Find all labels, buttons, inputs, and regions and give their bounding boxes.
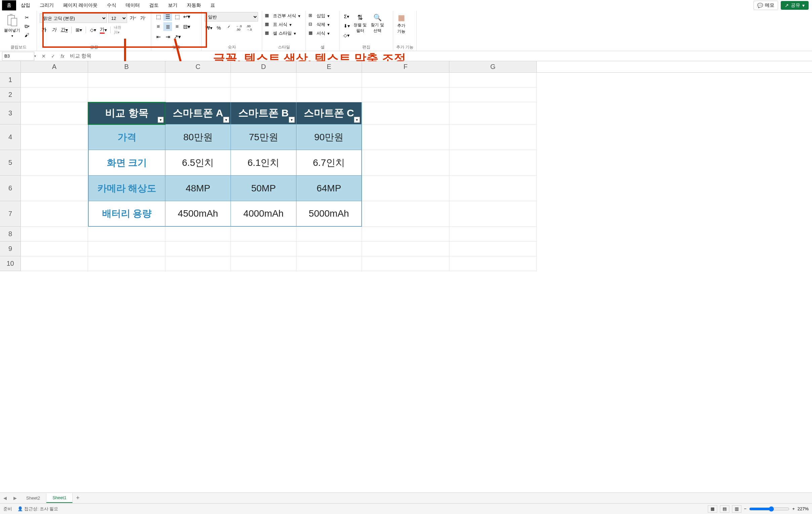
cell-E1[interactable] xyxy=(296,73,362,87)
cell-C10[interactable] xyxy=(165,256,231,271)
col-header-e[interactable]: E xyxy=(296,61,362,72)
cell-D6[interactable]: 50MP xyxy=(231,175,296,201)
align-left-button[interactable]: ≡ xyxy=(154,22,163,31)
clear-button[interactable]: ◇▾ xyxy=(342,31,351,40)
col-header-c[interactable]: C xyxy=(165,61,231,72)
comma-button[interactable]: ᐟ xyxy=(225,24,233,32)
menu-table[interactable]: 표 xyxy=(206,0,220,10)
cell-G7[interactable] xyxy=(450,201,537,227)
font-family-select[interactable]: 맑은 고딕 (본문) xyxy=(40,13,107,23)
cell-C8[interactable] xyxy=(165,227,231,242)
paste-button[interactable]: 붙여넣기 ▾ xyxy=(3,12,22,39)
merge-button[interactable]: ⊟▾ xyxy=(182,22,191,31)
formula-input[interactable]: 비교 항목 xyxy=(67,52,812,60)
menu-insert[interactable]: 삽입 xyxy=(16,0,35,10)
col-header-b[interactable]: B xyxy=(88,61,165,72)
share-button[interactable]: ↗ 공유 ▾ xyxy=(781,1,809,10)
sheet-nav-prev[interactable]: ◀ xyxy=(0,495,10,501)
cell-C3[interactable]: 스마트폰 A▼ xyxy=(165,102,231,125)
zoom-out-button[interactable]: − xyxy=(744,506,747,511)
cell-B9[interactable] xyxy=(88,242,165,256)
orientation-button[interactable]: ↗▾ xyxy=(173,32,181,41)
cell-G6[interactable] xyxy=(450,175,537,201)
align-top-button[interactable]: ⬚ xyxy=(154,12,163,21)
cell-A9[interactable] xyxy=(21,242,88,256)
cell-F7[interactable] xyxy=(362,201,450,227)
conditional-format-button[interactable]: ▦조건부 서식▾ xyxy=(265,12,300,20)
cell-D10[interactable] xyxy=(231,256,296,271)
row-header-9[interactable]: 9 xyxy=(0,242,21,256)
confirm-formula-button[interactable]: ✓ xyxy=(49,53,58,59)
cell-C7[interactable]: 4500mAh xyxy=(165,201,231,227)
row-header-3[interactable]: 3 xyxy=(0,102,21,125)
cell-F10[interactable] xyxy=(362,256,450,271)
sort-filter-button[interactable]: ⇅ 정렬 및 필터 xyxy=(352,12,368,35)
name-box-dropdown[interactable]: ▾ xyxy=(34,54,39,58)
cell-D1[interactable] xyxy=(231,73,296,87)
cell-A10[interactable] xyxy=(21,256,88,271)
view-page-layout-button[interactable]: ▤ xyxy=(720,505,729,513)
cell-G9[interactable] xyxy=(450,242,537,256)
cell-G8[interactable] xyxy=(450,227,537,242)
cell-B8[interactable] xyxy=(88,227,165,242)
cell-D3[interactable]: 스마트폰 B▼ xyxy=(231,102,296,125)
cell-A3[interactable] xyxy=(21,102,88,125)
cell-D9[interactable] xyxy=(231,242,296,256)
cell-B3[interactable]: 비교 항목▼ xyxy=(88,102,165,125)
format-painter-button[interactable]: 🖌 xyxy=(23,31,31,39)
view-normal-button[interactable]: ▦ xyxy=(708,505,717,513)
filter-button[interactable]: ▼ xyxy=(354,117,360,123)
add-sheet-button[interactable]: + xyxy=(72,494,83,502)
dec-indent-button[interactable]: ⇤ xyxy=(154,32,163,41)
row-header-2[interactable]: 2 xyxy=(0,87,21,102)
cell-D5[interactable]: 6.1인치 xyxy=(231,150,296,175)
cell-D7[interactable]: 4000mAh xyxy=(231,201,296,227)
sheet-tab-sheet1[interactable]: Sheet1 xyxy=(47,493,72,503)
col-header-f[interactable]: F xyxy=(362,61,450,72)
cell-F2[interactable] xyxy=(362,87,450,102)
italic-button[interactable]: 가 xyxy=(50,26,58,34)
menu-review[interactable]: 검토 xyxy=(145,0,163,10)
cell-E8[interactable] xyxy=(296,227,362,242)
wrap-text-button[interactable]: ↩▾ xyxy=(182,12,191,21)
format-cells-button[interactable]: ▦서식▾ xyxy=(309,30,330,37)
cell-G3[interactable] xyxy=(450,102,537,125)
cell-B7[interactable]: 배터리 용량 xyxy=(88,201,165,227)
insert-function-button[interactable]: fx xyxy=(58,53,67,59)
cell-G2[interactable] xyxy=(450,87,537,102)
menu-formulas[interactable]: 수식 xyxy=(102,0,121,10)
find-select-button[interactable]: 🔍 찾기 및 선택 xyxy=(369,12,385,35)
status-accessibility[interactable]: 👤 접근성: 조사 필요 xyxy=(18,506,58,512)
row-header-10[interactable]: 10 xyxy=(0,256,21,271)
table-format-button[interactable]: ▦표 서식▾ xyxy=(265,21,292,28)
menu-automate[interactable]: 자동화 xyxy=(182,0,206,10)
cell-G10[interactable] xyxy=(450,256,537,271)
cell-C2[interactable] xyxy=(165,87,231,102)
menu-draw[interactable]: 그리기 xyxy=(35,0,58,10)
cell-F6[interactable] xyxy=(362,175,450,201)
cell-G5[interactable] xyxy=(450,150,537,175)
align-middle-button[interactable]: ☰ xyxy=(163,12,172,21)
cell-E7[interactable]: 5000mAh xyxy=(296,201,362,227)
cell-B2[interactable] xyxy=(88,87,165,102)
addins-button[interactable]: ▦ 추가 기능 xyxy=(396,12,407,36)
zoom-in-button[interactable]: + xyxy=(792,506,795,511)
inc-indent-button[interactable]: ⇥ xyxy=(163,32,172,41)
cell-A8[interactable] xyxy=(21,227,88,242)
delete-cells-button[interactable]: ⊟삭제▾ xyxy=(309,21,330,28)
sheet-tab-sheet2[interactable]: Sheet2 xyxy=(20,493,47,503)
row-header-4[interactable]: 4 xyxy=(0,125,21,150)
cell-G4[interactable] xyxy=(450,125,537,150)
cell-C9[interactable] xyxy=(165,242,231,256)
decrease-decimal-button[interactable]: .00→.0 xyxy=(245,24,254,32)
cell-F9[interactable] xyxy=(362,242,450,256)
cell-B5[interactable]: 화면 크기 xyxy=(88,150,165,175)
cell-G1[interactable] xyxy=(450,73,537,87)
col-header-g[interactable]: G xyxy=(450,61,537,72)
cell-E10[interactable] xyxy=(296,256,362,271)
cell-A2[interactable] xyxy=(21,87,88,102)
zoom-slider[interactable] xyxy=(749,506,789,512)
cancel-formula-button[interactable]: ✕ xyxy=(39,53,49,59)
menu-view[interactable]: 보기 xyxy=(163,0,182,10)
col-header-a[interactable]: A xyxy=(21,61,88,72)
